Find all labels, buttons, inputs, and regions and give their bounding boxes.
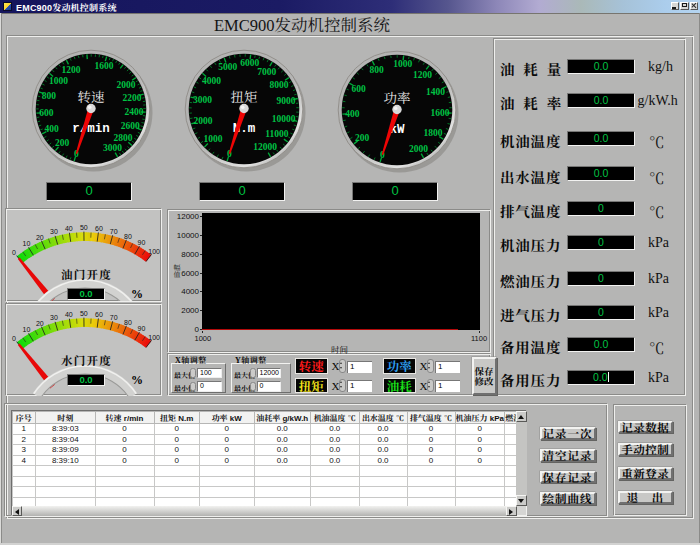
svg-text:40: 40 [65,311,73,318]
svg-text:80: 80 [124,233,132,240]
svg-text:1200: 1200 [413,69,432,79]
svg-text:0: 0 [12,249,16,256]
svg-text:5000: 5000 [218,62,237,72]
svg-text:1000: 1000 [49,76,68,86]
svg-text:2000: 2000 [193,116,212,126]
svg-text:2000: 2000 [116,80,135,90]
svg-text:9000: 9000 [276,96,295,106]
svg-text:3000: 3000 [193,95,212,105]
svg-text:100: 100 [148,334,160,341]
svg-text:20: 20 [36,320,44,327]
svg-text:800: 800 [41,91,56,101]
svg-text:12000: 12000 [253,142,277,152]
svg-text:1200: 1200 [61,65,80,75]
svg-text:转速: 转速 [77,86,104,106]
svg-text:40: 40 [65,225,73,232]
svg-text:0: 0 [12,335,16,342]
svg-text:10: 10 [23,240,31,247]
svg-text:70: 70 [110,314,118,321]
svg-text:10000: 10000 [271,114,295,124]
svg-text:50: 50 [80,310,88,317]
svg-text:600: 600 [39,108,54,118]
svg-text:2800: 2800 [113,133,132,143]
svg-text:功率: 功率 [383,86,410,106]
svg-text:7000: 7000 [257,67,276,77]
svg-text:20: 20 [36,234,44,241]
svg-text:70: 70 [110,228,118,235]
svg-text:2200: 2200 [122,93,141,103]
svg-text:30: 30 [50,228,58,235]
svg-text:90: 90 [138,325,146,332]
svg-text:100: 100 [148,248,160,255]
svg-text:2400: 2400 [124,107,143,117]
svg-text:80: 80 [124,319,132,326]
svg-text:4000: 4000 [202,76,221,86]
svg-text:1600: 1600 [430,107,449,117]
svg-text:1000: 1000 [203,134,222,144]
svg-text:90: 90 [138,239,146,246]
svg-text:30: 30 [50,314,58,321]
svg-text:60: 60 [95,225,103,232]
svg-text:50: 50 [80,224,88,231]
svg-text:2000: 2000 [408,144,427,154]
svg-text:10: 10 [23,326,31,333]
svg-text:r/min: r/min [72,122,110,136]
svg-text:扭矩: 扭矩 [230,86,257,106]
svg-text:600: 600 [351,83,366,93]
svg-text:1800: 1800 [423,128,442,138]
svg-text:11000: 11000 [265,129,288,139]
svg-text:1400: 1400 [425,87,444,97]
svg-text:1000: 1000 [393,59,412,69]
svg-text:400: 400 [44,124,59,134]
svg-text:3000: 3000 [103,143,122,153]
svg-text:400: 400 [345,108,360,118]
svg-text:800: 800 [369,64,384,74]
svg-text:1600: 1600 [94,61,113,71]
svg-text:2600: 2600 [120,121,139,131]
svg-text:60: 60 [95,311,103,318]
svg-text:8000: 8000 [269,80,288,90]
svg-text:200: 200 [355,132,370,142]
svg-text:200: 200 [55,138,70,148]
